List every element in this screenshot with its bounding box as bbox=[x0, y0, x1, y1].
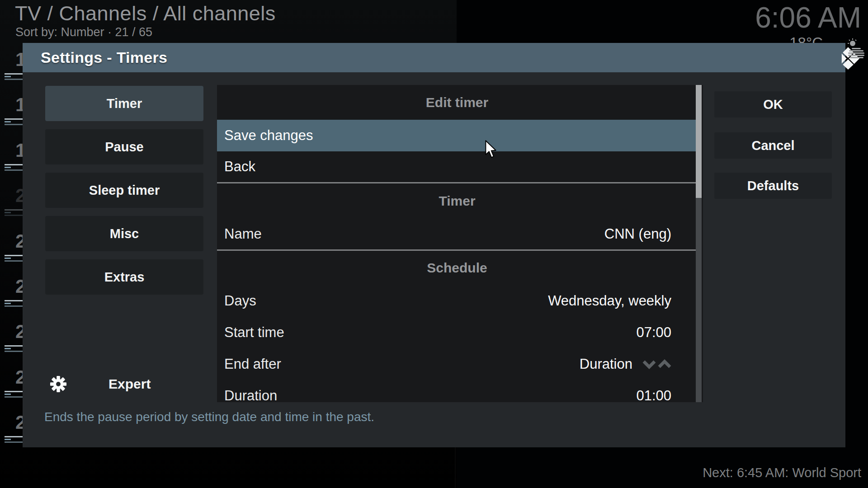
kodi-tv-timers-screen: TV / Channels / All channels Sort by: Nu… bbox=[0, 0, 868, 488]
sidebar-item-pause[interactable]: Pause bbox=[45, 129, 203, 164]
channel-progress-bars bbox=[5, 436, 23, 443]
timer-settings-panel: Edit timer Save changes Back Timer Name … bbox=[217, 85, 703, 402]
next-program-label: Next: 6:45 AM: World Sport bbox=[703, 465, 861, 480]
panel-scrollbar[interactable] bbox=[696, 85, 702, 402]
defaults-button[interactable]: Defaults bbox=[714, 173, 832, 199]
channel-progress-bars bbox=[5, 391, 23, 398]
chevron-down-icon[interactable] bbox=[642, 359, 656, 369]
setting-value: 01:00 bbox=[636, 388, 671, 402]
setting-value: 07:00 bbox=[636, 324, 671, 341]
clock: 6:06 AM bbox=[755, 1, 861, 34]
channel-progress-bars bbox=[5, 255, 23, 262]
save-changes-item[interactable]: Save changes bbox=[217, 120, 697, 151]
breadcrumb: TV / Channels / All channels bbox=[15, 2, 276, 25]
sort-info: Sort by: Number · 21 / 65 bbox=[15, 25, 152, 39]
cancel-button[interactable]: Cancel bbox=[714, 132, 832, 159]
setting-value: Wednesday, weekly bbox=[548, 293, 671, 309]
settings-level[interactable]: Expert bbox=[50, 375, 67, 394]
ok-button[interactable]: OK bbox=[714, 91, 832, 117]
sun-cloud-icon bbox=[846, 38, 865, 63]
sidebar-item-misc[interactable]: Misc bbox=[45, 216, 203, 251]
settings-level-label: Expert bbox=[108, 376, 151, 392]
channel-progress-bars bbox=[5, 73, 23, 80]
setting-label: Days bbox=[224, 293, 548, 309]
setting-description: Ends the pause period by setting date an… bbox=[44, 410, 677, 424]
channel-progress-bars bbox=[5, 209, 23, 216]
channel-progress-bars bbox=[5, 300, 23, 307]
mouse-cursor bbox=[485, 140, 499, 161]
setting-label: Start time bbox=[224, 324, 636, 341]
setting-row-name[interactable]: Name CNN (eng) bbox=[217, 219, 697, 249]
scrollbar-thumb[interactable] bbox=[696, 85, 702, 198]
gear-icon bbox=[50, 386, 67, 394]
channel-progress-bars bbox=[5, 345, 23, 352]
setting-value: CNN (eng) bbox=[604, 226, 671, 242]
setting-value: Duration bbox=[580, 356, 632, 372]
group-heading-edit-timer: Edit timer bbox=[217, 85, 697, 120]
channel-progress-bars bbox=[5, 118, 23, 126]
setting-label: Name bbox=[224, 226, 604, 242]
background-column-divider bbox=[455, 447, 456, 488]
dialog-title: Settings - Timers bbox=[41, 43, 167, 72]
group-heading-timer: Timer bbox=[217, 183, 697, 219]
setting-label: End after bbox=[224, 356, 580, 372]
dialog-header: Settings - Timers bbox=[23, 43, 845, 72]
back-item[interactable]: Back bbox=[217, 151, 697, 182]
value-spinner bbox=[641, 359, 671, 369]
setting-row-end-after[interactable]: End after Duration bbox=[217, 348, 697, 380]
setting-label: Duration bbox=[224, 388, 636, 402]
setting-row-days[interactable]: Days Wednesday, weekly bbox=[217, 285, 697, 317]
setting-row-duration[interactable]: Duration 01:00 bbox=[217, 380, 697, 402]
channel-progress-bars bbox=[5, 164, 23, 171]
sidebar-item-sleep-timer[interactable]: Sleep timer bbox=[45, 173, 203, 208]
sidebar-item-extras[interactable]: Extras bbox=[45, 259, 203, 295]
chevron-up-icon[interactable] bbox=[658, 359, 671, 369]
settings-timers-dialog: Settings - Timers Timer Pause Sleep time… bbox=[23, 43, 845, 447]
group-heading-schedule: Schedule bbox=[217, 251, 697, 285]
setting-row-start-time[interactable]: Start time 07:00 bbox=[217, 317, 697, 348]
sidebar-item-timer[interactable]: Timer bbox=[45, 86, 203, 121]
